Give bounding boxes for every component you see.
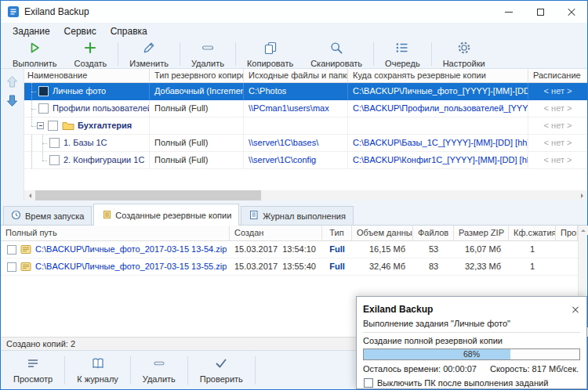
popup-task-line: Выполнение задания "Личные фото" — [363, 319, 580, 328]
task-row[interactable]: 1. Базы 1С Полный (Full) \\server\1C\bas… — [24, 135, 587, 152]
cell-type: Добавочный (Incremental) — [150, 83, 244, 99]
plus-icon — [82, 40, 98, 58]
h-scrollbar[interactable] — [24, 190, 587, 200]
delete-button[interactable]: Удалить — [183, 40, 233, 68]
verify-button[interactable]: Проверить — [191, 355, 252, 385]
col-source[interactable]: Исходные файлы и папки — [244, 69, 348, 82]
zip-file-icon — [20, 262, 31, 272]
cell-name: 2. Конфигурации 1С — [24, 152, 150, 168]
cell-schedule: < нет > — [528, 83, 587, 99]
cell-destination — [348, 117, 528, 134]
task-name: 1. Базы 1С — [64, 135, 107, 151]
h-scroll-thumb[interactable] — [35, 190, 261, 200]
settings-button[interactable]: Настройки — [434, 40, 494, 68]
backup-row[interactable]: C:\BACKUP\Личные_фото_2017-03-15 13-55.z… — [1, 258, 587, 276]
minus-icon — [200, 40, 216, 58]
create-button[interactable]: Создать — [65, 40, 115, 68]
col-created[interactable]: Создан — [230, 226, 322, 240]
cell-type — [150, 117, 244, 134]
to-journal-button[interactable]: К журналу — [67, 355, 128, 385]
col-type[interactable]: Тип резервного копиров... — [150, 69, 244, 82]
edit-button[interactable]: Изменить — [121, 40, 177, 68]
close-button[interactable] — [556, 1, 587, 23]
backup-checkbox[interactable] — [7, 245, 16, 255]
check-icon — [214, 356, 228, 373]
backup-checkbox[interactable] — [7, 262, 16, 272]
cell-created: 15.03.2017 13:55:40 — [230, 258, 322, 275]
popup-stage-line: Создание полной резервной копии — [363, 336, 580, 345]
queue-list-icon — [394, 40, 410, 58]
scroll-up-button[interactable] — [579, 226, 588, 235]
arrow-down-icon — [6, 98, 18, 110]
task-row[interactable]: Личные фото Добавочный (Incremental) C:\… — [24, 83, 587, 100]
triangle-left-icon — [27, 193, 31, 198]
task-checkbox[interactable] — [49, 138, 60, 148]
col-name[interactable]: Наименование — [24, 69, 150, 82]
group-checkbox[interactable] — [48, 121, 58, 131]
scan-button[interactable]: Сканировать — [302, 40, 371, 68]
tab-execution-log[interactable]: Журнал выполнения — [241, 206, 354, 225]
cell-schedule: < нет > — [528, 100, 587, 117]
delete-backup-button[interactable]: Удалить — [133, 355, 185, 385]
run-button[interactable]: Выполнить — [4, 40, 65, 68]
maximize-button[interactable] — [524, 1, 556, 23]
col-files[interactable]: Файлов — [413, 226, 454, 240]
queue-button[interactable]: Очередь — [376, 40, 429, 68]
tab-created-backups[interactable]: Созданные резервные копии — [93, 204, 239, 226]
copy-icon — [263, 40, 278, 58]
scroll-left-button[interactable] — [24, 190, 34, 200]
menu-item-help[interactable]: Справка — [103, 24, 154, 38]
col-zip-size[interactable]: Размер ZIP — [454, 226, 509, 240]
gutter-spacer — [1, 190, 24, 200]
cell-source: C:\Photos — [244, 83, 348, 99]
minimize-button[interactable] — [493, 1, 524, 23]
play-icon — [27, 40, 42, 58]
col-destination[interactable]: Куда сохранять резервные копии — [348, 69, 528, 82]
copies-count-status: Создано копий: 2 — [6, 339, 75, 348]
collapse-expander-icon[interactable] — [37, 122, 44, 129]
task-checkbox[interactable] — [38, 103, 49, 114]
shutdown-checkbox[interactable]: Выключить ПК после выполнения заданий — [363, 378, 580, 388]
cell-source: \\server\1C\config — [244, 152, 348, 168]
toolbar-separator — [373, 42, 374, 66]
col-path[interactable]: Полный путь — [1, 226, 230, 240]
group-row[interactable]: Бухгалтерия < нет > — [24, 117, 587, 135]
cell-path: C:\BACKUP\Личные_фото_2017-03-15 13-55.z… — [1, 258, 230, 275]
scroll-right-button[interactable] — [577, 190, 587, 200]
app-icon — [7, 5, 20, 18]
tab-start-times[interactable]: Время запуска — [3, 206, 92, 225]
cell-path: C:\BACKUP\Личные_фото_2017-03-15 13-54.z… — [1, 241, 230, 258]
move-down-button[interactable] — [6, 94, 18, 107]
cell-destination: C:\BACKUP\Профили_пользователей_[YYYY]-[… — [348, 100, 528, 117]
menu-item-task[interactable]: Задание — [5, 24, 57, 38]
cell-compression: 1 — [509, 258, 556, 275]
preview-lines-icon — [26, 356, 40, 373]
backup-row[interactable]: C:\BACKUP\Личные_фото_2017-03-15 13-54.z… — [1, 241, 587, 258]
toolbar-separator — [118, 42, 118, 66]
tab-label: Время запуска — [25, 211, 84, 221]
task-checkbox[interactable] — [49, 155, 60, 165]
cell-type: Полный (Full) — [150, 100, 244, 117]
move-up-button[interactable] — [6, 75, 18, 88]
lower-tabstrip: Время запуска Созданные резервные копии … — [1, 200, 587, 226]
col-data-size[interactable]: Объем данных — [352, 226, 413, 240]
task-row[interactable]: 2. Конфигурации 1С Полный (Full) \\serve… — [24, 152, 587, 169]
col-compression[interactable]: Кф.сжатия — [509, 226, 556, 240]
menu-item-service[interactable]: Сервис — [57, 24, 103, 38]
cell-name: 1. Базы 1С — [24, 135, 150, 151]
create-button-label: Создать — [74, 59, 107, 68]
col-schedule[interactable]: Расписание — [528, 69, 587, 82]
popup-close-button[interactable] — [571, 302, 580, 316]
tree-line — [27, 100, 37, 117]
tab-label: Созданные резервные копии — [115, 211, 231, 220]
copy-button[interactable]: Копировать — [238, 40, 302, 68]
col-type[interactable]: Тип — [322, 226, 352, 240]
view-button[interactable]: Просмотр — [4, 355, 62, 385]
cell-compression: 1 — [509, 241, 556, 258]
cell-files: 53 — [413, 241, 454, 258]
tasks-table-header: Наименование Тип резервного копиров... И… — [24, 69, 587, 83]
journal-icon — [249, 210, 259, 222]
task-checkbox[interactable] — [38, 86, 49, 96]
task-row[interactable]: Профили пользователей Полный (Full) \\PC… — [24, 100, 587, 117]
col-skipped[interactable]: Пропу... — [556, 226, 578, 240]
